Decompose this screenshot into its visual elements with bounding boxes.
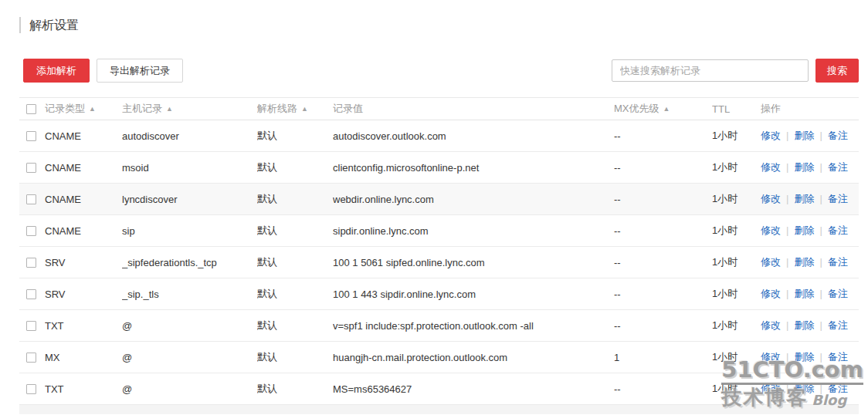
table-row: SRV _sipfederationtls._tcp 默认 100 1 5061… [19,247,859,278]
row-checkbox-cell [19,353,45,363]
cell-operations: 修改|删除|备注 [761,382,859,396]
select-all-checkbox[interactable] [26,104,36,114]
edit-link[interactable]: 修改 [761,161,781,173]
header-record-type[interactable]: 记录类型▲ [45,102,122,116]
operation-separator: | [786,161,788,173]
table-row: TXT @ 默认 MS=ms65364627 -- 1小时 修改|删除|备注 [19,373,859,405]
cell-ttl: 1小时 [712,287,761,301]
delete-link[interactable]: 删除 [794,193,814,204]
header-host-record[interactable]: 主机记录▲ [122,102,257,116]
cell-record-type: MX [45,352,122,363]
cell-operations: 修改|删除|备注 [761,255,859,269]
row-checkbox[interactable] [26,353,36,363]
cell-resolution-line: 默认 [257,160,333,174]
page-title-wrap: 解析设置 [19,17,859,33]
cell-ttl: 1小时 [712,160,761,174]
operation-separator: | [786,319,788,331]
cell-resolution-line: 默认 [257,224,333,238]
edit-link[interactable]: 修改 [761,288,781,299]
delete-link[interactable]: 删除 [794,288,814,299]
toolbar-right: 搜索 [612,59,859,83]
cell-record-type: CNAME [45,130,122,142]
cell-record-type: TXT [45,320,122,332]
search-input[interactable] [612,59,809,82]
cell-ttl: 1小时 [712,192,761,206]
row-checkbox-cell [19,321,45,331]
operation-separator: | [786,288,788,299]
edit-link[interactable]: 修改 [761,224,781,236]
delete-link[interactable]: 删除 [794,224,814,236]
cell-operations: 修改|删除|备注 [761,319,859,332]
cell-record-type: SRV [45,288,122,300]
header-host-record-label: 主机记录 [122,103,162,114]
cell-resolution-line: 默认 [257,255,333,269]
header-ttl: TTL [712,103,761,115]
cell-mx-priority: -- [614,383,712,395]
cell-record-value: MS=ms65364627 [333,383,614,395]
table-row: SRV _sip._tls 默认 100 1 443 sipdir.online… [19,278,859,310]
operation-separator: | [819,288,822,299]
cell-mx-priority: -- [614,194,712,205]
sort-asc-icon[interactable]: ▲ [89,105,96,113]
remark-link[interactable]: 备注 [828,288,848,299]
table-row: CNAME sip 默认 sipdir.online.lync.com -- 1… [19,215,859,247]
sort-asc-icon[interactable]: ▲ [663,105,670,113]
add-record-button[interactable]: 添加解析 [23,59,90,83]
row-checkbox[interactable] [26,163,36,173]
delete-link[interactable]: 删除 [794,351,814,363]
sort-asc-icon[interactable]: ▲ [301,105,308,113]
cell-ttl: 1小时 [712,382,761,396]
header-checkbox-cell [19,104,45,114]
remark-link[interactable]: 备注 [828,193,848,204]
row-checkbox-cell [19,163,45,173]
sort-asc-icon[interactable]: ▲ [166,105,173,113]
cell-operations: 修改|删除|备注 [761,192,859,206]
table-row: CNAME msoid 默认 clientconfig.microsoftonl… [19,152,859,184]
header-resolution-line[interactable]: 解析线路▲ [257,102,333,116]
row-checkbox[interactable] [26,258,36,268]
row-checkbox[interactable] [26,131,36,141]
edit-link[interactable]: 修改 [761,319,781,331]
remark-link[interactable]: 备注 [828,351,848,363]
cell-mx-priority: -- [614,130,712,142]
cell-host-record: msoid [122,162,257,174]
delete-link[interactable]: 删除 [794,161,814,173]
row-checkbox[interactable] [26,384,36,394]
row-checkbox[interactable] [26,226,36,236]
edit-link[interactable]: 修改 [761,351,781,363]
delete-link[interactable]: 删除 [794,130,814,141]
cell-record-value: clientconfig.microsoftonline-p.net [333,162,614,174]
row-checkbox[interactable] [26,289,36,299]
cell-operations: 修改|删除|备注 [761,350,859,364]
cell-ttl: 1小时 [712,129,761,143]
remark-link[interactable]: 备注 [828,130,848,141]
table-footer-strip [19,405,859,414]
edit-link[interactable]: 修改 [761,130,781,141]
search-button[interactable]: 搜索 [815,59,859,83]
header-record-value-label: 记录值 [333,103,363,114]
delete-link[interactable]: 删除 [794,319,814,331]
row-checkbox[interactable] [26,321,36,331]
delete-link[interactable]: 删除 [794,383,814,394]
delete-link[interactable]: 删除 [794,256,814,268]
remark-link[interactable]: 备注 [828,383,848,394]
header-mx-priority[interactable]: MX优先级▲ [614,102,712,116]
export-records-button[interactable]: 导出解析记录 [97,59,183,83]
cell-mx-priority: -- [614,320,712,332]
remark-link[interactable]: 备注 [828,256,848,268]
header-mx-priority-label: MX优先级 [614,103,659,114]
remark-link[interactable]: 备注 [828,161,848,173]
edit-link[interactable]: 修改 [761,383,781,394]
cell-record-type: CNAME [45,225,122,237]
cell-mx-priority: -- [614,257,712,268]
header-operations: 操作 [761,102,859,116]
edit-link[interactable]: 修改 [761,256,781,268]
row-checkbox-cell [19,194,45,204]
cell-ttl: 1小时 [712,319,761,332]
cell-record-type: TXT [45,383,122,395]
header-record-value: 记录值 [333,102,614,116]
row-checkbox[interactable] [26,194,36,204]
remark-link[interactable]: 备注 [828,224,848,236]
remark-link[interactable]: 备注 [828,319,848,331]
edit-link[interactable]: 修改 [761,193,781,204]
